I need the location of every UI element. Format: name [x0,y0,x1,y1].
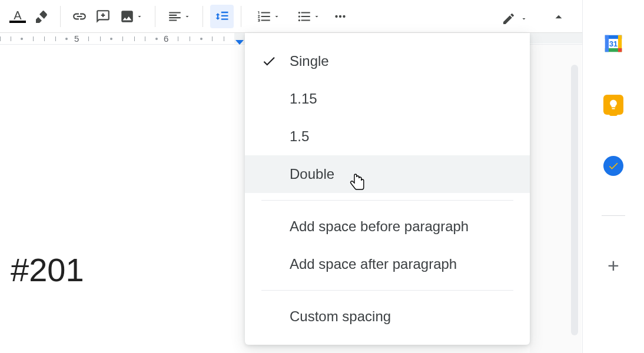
menu-label: Double [290,166,513,182]
chevron-down-icon [273,13,280,20]
menu-label: Single [290,53,513,69]
link-icon [72,9,87,24]
svg-rect-6 [605,35,609,52]
svg-point-2 [343,15,345,17]
chevron-down-icon [313,13,320,20]
menu-divider [261,200,513,201]
plus-icon: + [608,255,619,275]
chevron-down-icon [184,13,191,20]
tasks-addon-button[interactable] [602,154,625,178]
chevron-down-icon [520,15,527,22]
vertical-scrollbar[interactable] [571,65,578,335]
line-spacing-option-1-15[interactable]: 1.15 [245,80,530,118]
calendar-addon-button[interactable]: 31 [602,32,625,55]
get-addons-button[interactable]: + [602,254,625,277]
add-comment-button[interactable] [91,5,115,28]
keep-icon [603,95,623,115]
ruler-label: 5 [74,33,79,44]
google-side-panel: 31 + [583,0,644,353]
svg-text:31: 31 [609,40,618,48]
more-horizontal-icon [333,9,348,24]
image-icon [119,9,135,24]
keep-addon-button[interactable] [602,93,625,116]
svg-point-1 [339,15,341,17]
formatting-toolbar: A [0,0,644,33]
calendar-icon: 31 [602,32,625,55]
more-options-button[interactable] [328,5,352,28]
menu-label: Custom spacing [290,308,513,325]
line-spacing-icon [214,8,230,25]
highlighter-icon [34,9,48,24]
right-indent-marker[interactable] [235,40,244,45]
svg-point-0 [335,15,337,17]
line-spacing-option-1-5[interactable]: 1.5 [245,118,530,155]
comment-plus-icon [95,9,111,24]
menu-label: Add space before paragraph [290,218,513,235]
numbered-list-button[interactable] [248,5,288,28]
line-spacing-button[interactable] [210,5,234,28]
tasks-icon [603,156,623,176]
custom-spacing-option[interactable]: Custom spacing [245,298,530,335]
chevron-up-icon [551,9,566,25]
menu-divider [261,290,513,291]
editing-mode-button[interactable] [502,12,527,26]
check-icon [261,54,290,69]
add-space-before-option[interactable]: Add space before paragraph [245,208,530,245]
text-color-button[interactable]: A [6,5,29,28]
toolbar-separator [60,6,61,27]
toolbar-separator [155,6,155,27]
add-space-after-option[interactable]: Add space after paragraph [245,245,530,283]
ruler-label: 6 [164,33,168,44]
align-button[interactable] [162,5,195,28]
align-left-icon [167,9,182,24]
side-panel-divider [602,215,625,216]
line-spacing-option-single[interactable]: Single [245,42,530,80]
menu-label: 1.15 [290,91,513,107]
bulleted-list-button[interactable] [288,5,328,28]
line-spacing-menu: Single 1.15 1.5 Double Add space before … [245,33,530,345]
numbered-list-icon [257,9,272,24]
svg-rect-8 [618,48,622,52]
menu-label: Add space after paragraph [290,256,513,272]
collapse-toolbar-button[interactable] [551,9,566,27]
line-spacing-option-double[interactable]: Double [245,155,530,193]
highlight-color-button[interactable] [29,5,53,28]
pencil-icon [502,12,516,26]
toolbar-separator [203,6,203,27]
insert-image-button[interactable] [115,5,148,28]
insert-link-button[interactable] [68,5,91,28]
bulleted-list-icon [297,9,312,24]
chevron-down-icon [136,13,143,20]
text-color-icon: A [9,10,26,23]
menu-label: 1.5 [290,128,513,145]
toolbar-separator [241,6,241,27]
